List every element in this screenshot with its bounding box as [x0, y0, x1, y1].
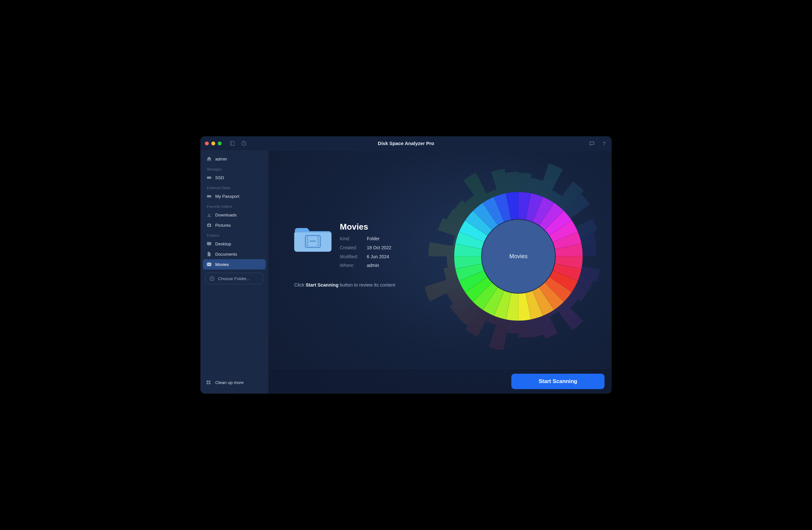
- sidebar-section-header: External Disks: [203, 183, 266, 191]
- info-value: 18 Oct 2022: [367, 244, 391, 252]
- svg-rect-23: [206, 383, 208, 384]
- sidebar-item-ssd[interactable]: SSD: [203, 172, 266, 183]
- folder-info: Movies Kind:Folder Created:18 Oct 2022 M…: [294, 222, 432, 288]
- svg-rect-28: [307, 242, 308, 243]
- sidebar-item-label: SSD: [215, 175, 224, 180]
- svg-rect-30: [318, 237, 319, 238]
- main-panel: Movies Kind:Folder Created:18 Oct 2022 M…: [269, 151, 612, 394]
- sidebar-item-pictures[interactable]: Pictures: [203, 220, 266, 230]
- download-icon: [206, 212, 212, 218]
- svg-point-5: [211, 178, 211, 178]
- info-label: Created:: [340, 244, 362, 252]
- sidebar-item-label: Downloads: [215, 212, 237, 218]
- svg-rect-16: [211, 264, 211, 265]
- help-icon[interactable]: [601, 141, 607, 146]
- window-controls: [205, 141, 222, 145]
- svg-rect-14: [207, 265, 208, 266]
- svg-rect-32: [318, 242, 319, 243]
- minimize-window-button[interactable]: [211, 141, 215, 145]
- maximize-window-button[interactable]: [218, 141, 222, 145]
- movies-folder-icon: [294, 222, 332, 254]
- pie-overview-icon[interactable]: [241, 141, 247, 146]
- sidebar-item-label: Desktop: [215, 241, 231, 246]
- sidebar-item-documents[interactable]: Documents: [203, 249, 266, 259]
- cleanup-more-button[interactable]: Clean up more: [200, 376, 268, 389]
- info-label: Modified:: [340, 253, 362, 261]
- grid-icon: [206, 379, 211, 385]
- sidebar-item-label: admin: [215, 157, 227, 162]
- choose-folder-button[interactable]: Choose Folder...: [206, 273, 263, 284]
- window-title: Disk Space Analyzer Pro: [200, 141, 612, 146]
- sidebar-section-header: Storages: [203, 164, 266, 172]
- document-icon: [206, 251, 212, 257]
- camera-icon: [206, 222, 212, 228]
- sidebar-item-label: Documents: [215, 252, 237, 257]
- drive-icon: [206, 175, 212, 180]
- svg-point-35: [482, 220, 555, 293]
- svg-point-7: [211, 196, 211, 197]
- sidebar-item-movies[interactable]: Movies: [203, 259, 266, 269]
- sidebar-item-label: My Passport: [215, 194, 239, 199]
- svg-rect-31: [318, 239, 319, 240]
- info-value: Folder: [367, 235, 380, 243]
- sidebar-item-downloads[interactable]: Downloads: [203, 210, 266, 220]
- svg-point-8: [208, 224, 210, 226]
- sidebar-section-header: Folders: [203, 230, 266, 239]
- scan-hint: Click Start Scanning button to review it…: [294, 282, 432, 288]
- folder-title: Movies: [340, 222, 391, 232]
- cleanup-more-label: Clean up more: [215, 380, 244, 385]
- svg-rect-24: [209, 383, 211, 384]
- choose-folder-label: Choose Folder...: [218, 276, 250, 281]
- main-footer: Start Scanning: [269, 368, 612, 394]
- sidebar-toggle-icon[interactable]: [229, 141, 235, 146]
- home-icon: [206, 156, 212, 162]
- sidebar: admin Storages SSD External Disks My Pas…: [200, 151, 269, 394]
- svg-rect-17: [211, 265, 211, 266]
- info-label: Kind:: [340, 235, 362, 243]
- external-drive-icon: [206, 193, 212, 199]
- sunburst-ring-icon: [448, 185, 589, 327]
- svg-rect-10: [208, 246, 210, 246]
- app-window: Disk Space Analyzer Pro admin Storages: [200, 136, 612, 394]
- movie-icon: [206, 262, 212, 267]
- svg-rect-27: [307, 239, 308, 240]
- feedback-icon[interactable]: [589, 141, 595, 146]
- svg-rect-15: [211, 263, 211, 264]
- info-label: Where:: [340, 262, 362, 269]
- info-value: admin: [367, 262, 379, 269]
- svg-rect-12: [207, 263, 208, 264]
- svg-rect-26: [307, 237, 308, 238]
- sidebar-item-my-passport[interactable]: My Passport: [203, 191, 266, 201]
- svg-rect-9: [207, 242, 211, 245]
- close-window-button[interactable]: [205, 141, 209, 145]
- sidebar-item-label: Movies: [215, 262, 229, 267]
- svg-rect-21: [206, 380, 208, 382]
- svg-rect-13: [207, 264, 208, 265]
- sidebar-item-label: Pictures: [215, 223, 231, 228]
- info-value: 6 Jun 2024: [367, 253, 389, 261]
- sidebar-item-home[interactable]: admin: [203, 154, 266, 164]
- svg-rect-0: [230, 141, 234, 145]
- titlebar: Disk Space Analyzer Pro: [200, 136, 612, 151]
- sidebar-item-desktop[interactable]: Desktop: [203, 239, 266, 249]
- svg-point-3: [604, 144, 604, 145]
- plus-circle-icon: [209, 276, 215, 281]
- svg-rect-29: [307, 244, 308, 246]
- sidebar-section-header: Favorite folders: [203, 201, 266, 210]
- svg-rect-33: [318, 244, 319, 246]
- svg-rect-22: [209, 380, 211, 382]
- start-scanning-button[interactable]: Start Scanning: [511, 374, 605, 389]
- sunburst-chart: Movies: [448, 185, 589, 327]
- monitor-icon: [206, 241, 212, 247]
